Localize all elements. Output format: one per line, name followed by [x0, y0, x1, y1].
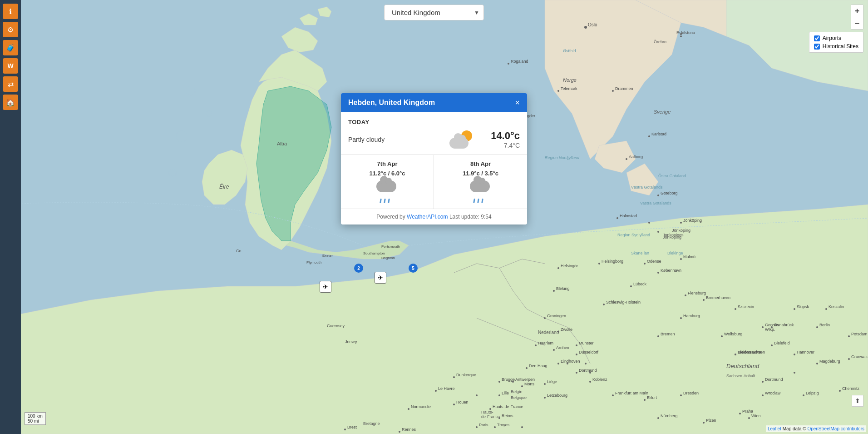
historical-sites-checkbox[interactable] — [814, 44, 820, 50]
svg-text:Koblenz: Koblenz — [592, 377, 607, 382]
svg-text:Göteborg: Göteborg — [661, 191, 678, 195]
svg-text:Brest: Brest — [347, 425, 357, 429]
leaflet-link[interactable]: Leaflet — [768, 426, 781, 431]
svg-text:Southampton: Southampton — [363, 251, 385, 255]
forecast-date-1: 7th Apr — [348, 160, 426, 167]
svg-text:Éire: Éire — [219, 183, 229, 190]
rain-cloud-icon-1 — [376, 180, 398, 203]
svg-text:Rouen: Rouen — [456, 400, 469, 404]
svg-point-45 — [657, 335, 659, 337]
svg-text:Oslo: Oslo — [588, 22, 597, 27]
svg-point-177 — [848, 358, 850, 360]
svg-point-33 — [685, 294, 686, 296]
svg-text:Halmstad: Halmstad — [620, 214, 637, 218]
svg-point-13 — [626, 158, 627, 160]
airport-marker-2[interactable]: ✈ — [375, 272, 386, 284]
svg-point-1 — [584, 26, 587, 29]
svg-text:Helsingborg: Helsingborg — [602, 259, 623, 264]
svg-text:Telemark: Telemark — [561, 86, 577, 91]
svg-point-17 — [680, 222, 682, 224]
svg-text:Liège: Liège — [547, 379, 557, 384]
svg-text:Exeter: Exeter — [322, 254, 333, 258]
country-selector[interactable]: United Kingdom France Germany Spain Ital… — [384, 5, 484, 20]
svg-text:Dortmund: Dortmund — [579, 368, 597, 373]
svg-point-150 — [494, 426, 496, 428]
airports-label[interactable]: Airports — [823, 35, 841, 41]
svg-text:Koszalin: Koszalin — [829, 304, 844, 309]
sidebar-info-button[interactable]: ℹ — [3, 4, 18, 19]
osm-link[interactable]: OpenStreetMap contributors — [807, 426, 864, 431]
svg-point-67 — [803, 394, 804, 396]
historical-sites-label[interactable]: Historical Sites — [823, 43, 858, 50]
popup-header: Hebden, United Kingdom × — [341, 93, 527, 112]
svg-point-15 — [657, 195, 659, 196]
weather-icon-area — [447, 130, 474, 149]
layer-control: Airports Historical Sites — [809, 32, 863, 53]
country-select-dropdown[interactable]: United Kingdom France Germany Spain Ital… — [384, 5, 484, 20]
svg-text:Portsmouth: Portsmouth — [381, 244, 400, 249]
sidebar-home-button[interactable]: 🏠 — [3, 95, 18, 110]
cluster-marker-2[interactable]: 2 — [354, 264, 363, 273]
svg-text:Helsingör: Helsingör — [561, 264, 578, 268]
rain-drop — [477, 199, 479, 203]
svg-text:Drammen: Drammen — [615, 86, 633, 91]
svg-text:Slupsk: Slupsk — [797, 304, 809, 309]
svg-text:Blekinge: Blekinge — [667, 251, 683, 255]
svg-text:Wien: Wien — [751, 414, 761, 418]
weather-temps: 14.0°c 7.4°C — [474, 130, 520, 149]
svg-point-77 — [576, 344, 577, 346]
svg-text:Malmö: Malmö — [683, 254, 695, 259]
airports-checkbox[interactable] — [814, 35, 820, 41]
svg-point-122 — [476, 426, 478, 428]
svg-text:Rogaland: Rogaland — [511, 59, 528, 64]
svg-text:Aalborg: Aalborg — [629, 155, 643, 159]
svg-text:Letzebourg: Letzebourg — [547, 393, 567, 398]
map-navigate-button[interactable]: ⬆ — [852, 395, 863, 407]
temp-low: 7.4°C — [474, 142, 520, 149]
svg-point-95 — [544, 397, 546, 399]
svg-point-7 — [557, 90, 559, 92]
svg-text:Nürnberg: Nürnberg — [661, 414, 678, 418]
sidebar-settings-button[interactable]: ⚙ — [3, 22, 18, 37]
svg-text:Jönköping: Jönköping — [672, 228, 690, 233]
popup-body: TODAY Partly cloudy 14.0°c 7.4°C 7th — [341, 112, 527, 224]
weather-description: Partly cloudy — [348, 136, 447, 143]
airport-marker-1[interactable]: ✈ — [320, 281, 331, 293]
rain-drop — [384, 199, 386, 203]
zoom-out-button[interactable]: − — [851, 17, 863, 29]
svg-point-25 — [680, 258, 682, 260]
svg-text:Østfold: Østfold — [563, 49, 576, 53]
popup-title: Hebden, United Kingdom — [348, 99, 435, 107]
svg-text:Sachsen-Anhalt: Sachsen-Anhalt — [726, 374, 755, 378]
svg-text:Plymouth: Plymouth — [306, 260, 321, 264]
svg-text:Grunwald: Grunwald — [851, 354, 868, 359]
svg-point-194 — [589, 372, 591, 374]
svg-text:Frankfurt am Main: Frankfurt am Main — [615, 391, 648, 395]
svg-text:Plzen: Plzen — [706, 418, 716, 423]
zoom-in-button[interactable]: + — [851, 5, 863, 17]
svg-text:Lille: Lille — [502, 391, 509, 395]
sidebar-briefcase-button[interactable]: 🧳 — [3, 40, 18, 55]
svg-text:Hannover: Hannover — [797, 350, 814, 354]
layer-airports-item: Airports — [814, 35, 858, 41]
powered-by-prefix: Powered by — [376, 214, 407, 220]
sidebar-transfer-button[interactable]: ⇄ — [3, 76, 18, 92]
svg-point-193 — [585, 363, 587, 364]
svg-point-35 — [553, 290, 555, 292]
svg-text:Den Haag: Den Haag — [529, 364, 547, 368]
svg-text:Le Havre: Le Havre — [438, 386, 455, 391]
svg-text:Eskilstuna: Eskilstuna — [676, 30, 695, 35]
cluster-marker-5[interactable]: 5 — [409, 264, 418, 273]
svg-text:Mons: Mons — [524, 382, 535, 386]
weather-api-link[interactable]: WeatherAPI.com — [407, 214, 448, 220]
svg-text:Zielona Gora: Zielona Gora — [738, 350, 761, 354]
sidebar: ℹ ⚙ 🧳 W ⇄ 🏠 — [0, 0, 21, 434]
svg-text:Wlkp.: Wlkp. — [765, 327, 775, 332]
sidebar-wiki-button[interactable]: W — [3, 58, 18, 74]
svg-text:Wroclaw: Wroclaw — [765, 391, 781, 395]
popup-close-button[interactable]: × — [515, 99, 520, 107]
svg-point-118 — [408, 408, 409, 410]
svg-text:Lübeck: Lübeck — [633, 282, 647, 286]
svg-text:Östra Gotaland: Östra Gotaland — [658, 174, 686, 178]
svg-text:Antwerpen: Antwerpen — [515, 377, 535, 382]
